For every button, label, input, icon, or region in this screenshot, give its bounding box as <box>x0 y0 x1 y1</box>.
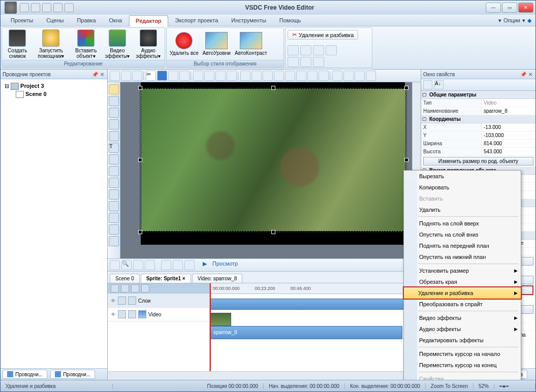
ribbon-snapshot-button[interactable]: Создать снимок <box>5 29 30 59</box>
pin-icon[interactable]: 📌 <box>92 72 98 77</box>
menu-windows[interactable]: Окна <box>103 16 129 25</box>
panel-close-icon[interactable]: ✕ <box>100 72 104 77</box>
pin-icon[interactable]: 📌 <box>520 72 526 77</box>
prop-resize-parent-button[interactable]: Изменить размер по род. объекту <box>423 157 533 166</box>
tb-icon[interactable] <box>355 71 365 81</box>
close-button[interactable]: ✕ <box>518 3 533 13</box>
tool-icon[interactable] <box>313 57 324 67</box>
tb-select-icon[interactable] <box>157 71 167 81</box>
tree-project-node[interactable]: Project 3 <box>20 83 44 89</box>
tool-icon[interactable] <box>288 45 299 55</box>
vtb-icon[interactable] <box>109 131 119 141</box>
ribbon-insert-button[interactable]: Вставить объект▾ <box>72 29 100 59</box>
ribbon-audio-fx-button[interactable]: Аудио эффекты▾ <box>135 29 162 59</box>
qat-redo-icon[interactable] <box>65 3 74 12</box>
ribbon-autolevels-button[interactable]: АвтоУровни <box>203 32 231 56</box>
menu-export[interactable]: Экспорт проекта <box>169 16 225 25</box>
zoom-in-icon[interactable]: 🔍 <box>121 260 132 270</box>
tb-icon[interactable] <box>332 71 342 81</box>
play-button[interactable]: ▶ <box>201 260 209 270</box>
tb-icon[interactable] <box>227 71 237 81</box>
tb-icon[interactable] <box>132 71 142 81</box>
maximize-button[interactable]: ▭ <box>502 3 517 13</box>
menu-tools[interactable]: Инструменты <box>225 16 272 25</box>
context-menu-item[interactable]: Переместить курсор на начало <box>404 348 521 360</box>
tool-icon[interactable] <box>300 45 311 55</box>
vtb-text-icon[interactable]: T <box>109 143 119 153</box>
tool-icon[interactable] <box>300 57 311 67</box>
qat-new-icon[interactable] <box>20 3 29 12</box>
tb-icon[interactable] <box>263 71 273 81</box>
vtb-icon[interactable] <box>109 236 119 246</box>
tab-sprite[interactable]: Sprite: Sprite1 × <box>141 274 191 283</box>
tl-layers-row[interactable]: 👁Слои <box>108 294 209 308</box>
selected-clip[interactable] <box>141 88 406 232</box>
tb-icon[interactable] <box>366 71 376 81</box>
canvas-stage[interactable] <box>120 82 412 258</box>
menu-editor[interactable]: Редактор <box>129 15 168 26</box>
ribbon-split-button[interactable]: ✂Удаление и разбивка <box>288 30 358 40</box>
minimize-button[interactable]: — <box>486 3 501 13</box>
tb-icon[interactable] <box>296 71 306 81</box>
tb-icon[interactable] <box>121 71 131 81</box>
tb-icon[interactable] <box>193 71 203 81</box>
tb-icon[interactable] <box>285 71 295 81</box>
vtb-icon[interactable] <box>109 96 119 106</box>
vtb-icon[interactable] <box>109 154 119 165</box>
context-menu-item[interactable]: Вырезать <box>404 171 521 182</box>
tb-icon[interactable] <box>204 71 214 81</box>
tb-cut-icon[interactable]: ✂ <box>146 71 156 81</box>
prop-sort-icon[interactable]: A↓ <box>434 80 444 89</box>
menu-options[interactable]: ▾ Опции ▾ ◆ <box>498 17 531 24</box>
context-menu-item[interactable]: Удалить <box>404 204 521 215</box>
context-menu-item[interactable]: Поднять на передний план <box>404 240 521 251</box>
ribbon-video-fx-button[interactable]: Видео эффекты▾ <box>104 29 131 59</box>
bottom-tab-explorer2[interactable]: Проводни... <box>50 370 95 379</box>
tb-icon[interactable] <box>215 71 226 81</box>
sect-coords[interactable]: Координаты <box>421 115 535 123</box>
tb-icon[interactable] <box>251 71 262 81</box>
tb-icon[interactable] <box>343 71 354 81</box>
bottom-tab-explorer1[interactable]: Проводни... <box>3 370 47 379</box>
vtb-icon[interactable] <box>109 178 119 188</box>
context-menu-item[interactable]: Копировать <box>404 182 521 193</box>
tb-icon[interactable] <box>307 71 318 81</box>
context-menu-item[interactable]: Аудио эффекты▶ <box>404 323 521 335</box>
zoom-fit-icon[interactable] <box>145 260 155 270</box>
vtb-icon[interactable] <box>109 213 119 223</box>
menu-projects[interactable]: Проекты <box>5 16 39 25</box>
context-menu-item[interactable]: Удаление и разбивка▶ <box>403 286 522 300</box>
tool-icon[interactable] <box>313 45 324 55</box>
panel-close-icon[interactable]: ✕ <box>528 72 532 77</box>
zoom-out-icon[interactable] <box>133 260 143 270</box>
context-menu-item[interactable]: Видео эффекты▶ <box>404 312 521 323</box>
vtb-icon[interactable] <box>109 108 119 118</box>
vtb-icon[interactable] <box>109 224 119 235</box>
transport-icon[interactable] <box>161 260 171 270</box>
qat-open-icon[interactable] <box>31 3 40 12</box>
context-menu-item[interactable]: Переместить курсор на конец <box>404 360 521 371</box>
timeline-layer-bar[interactable] <box>210 299 421 310</box>
context-menu-item[interactable]: Опустить на нижний план <box>404 251 521 263</box>
vtb-icon[interactable] <box>109 201 119 211</box>
tb-icon[interactable] <box>168 71 178 81</box>
transport-icon[interactable] <box>184 260 195 270</box>
video-canvas[interactable] <box>141 82 405 245</box>
tab-video[interactable]: Video: sparrow_8 <box>192 274 243 283</box>
tl-video-row[interactable]: 👁Video <box>108 308 209 321</box>
transport-icon[interactable] <box>173 260 183 270</box>
context-menu-item[interactable]: Поднять на слой вверх <box>404 218 521 229</box>
project-tree[interactable]: ⊟ Project 3 Scene 0 <box>1 79 107 368</box>
playhead[interactable] <box>210 283 211 371</box>
vtb-icon[interactable] <box>109 166 119 176</box>
context-menu-item[interactable]: Установить размер▶ <box>404 265 521 276</box>
zoom-icon[interactable] <box>110 260 120 270</box>
tb-icon[interactable] <box>274 71 284 81</box>
tb-icon[interactable] <box>319 71 329 81</box>
tb-icon[interactable] <box>110 71 120 81</box>
menu-scenes[interactable]: Сцены <box>40 16 70 25</box>
prop-categorize-icon[interactable] <box>423 80 432 89</box>
tb-icon[interactable] <box>179 71 190 81</box>
ribbon-autocontrast-button[interactable]: АвтоКонтраст <box>235 32 267 56</box>
status-zoom-slider[interactable]: ━●━ <box>494 383 535 389</box>
